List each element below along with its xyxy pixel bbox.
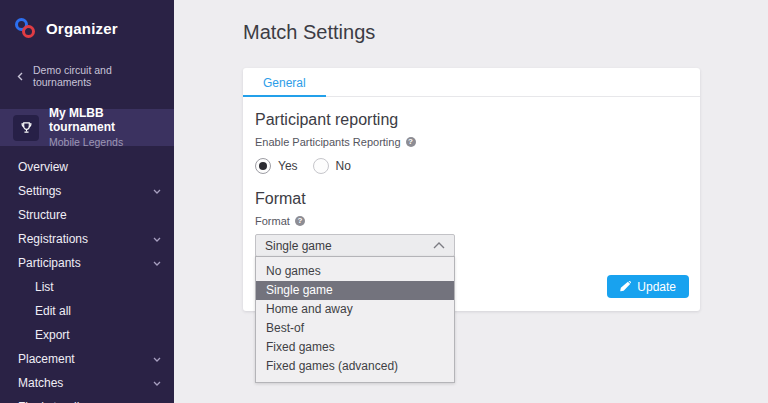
tab-bar: General [243, 68, 700, 97]
tab-general[interactable]: General [243, 68, 326, 97]
organizer-logo-icon [15, 18, 36, 39]
sidebar-item-label: Placement [18, 352, 75, 366]
chevron-down-icon [153, 237, 161, 242]
pencil-icon [620, 281, 631, 292]
dropdown-option-fixed-games[interactable]: Fixed games [256, 338, 454, 357]
sidebar-item-label: Edit all [35, 304, 71, 318]
sidebar-item-export[interactable]: Export [0, 323, 174, 347]
update-button[interactable]: Update [607, 275, 689, 298]
sidebar-item-participants[interactable]: Participants [0, 251, 174, 275]
sidebar-item-overview[interactable]: Overview [0, 155, 174, 179]
chevron-down-icon [153, 381, 161, 386]
radio-label: No [336, 159, 351, 173]
sidebar-item-matches[interactable]: Matches [0, 371, 174, 395]
sidebar-item-placement[interactable]: Placement [0, 347, 174, 371]
dropdown-option-best-of[interactable]: Best-of [256, 319, 454, 338]
page-title: Match Settings [243, 21, 768, 43]
radio-no[interactable]: No [313, 158, 351, 174]
format-select[interactable]: Single game [255, 234, 455, 257]
trophy-icon [13, 115, 39, 141]
sidebar-item-settings[interactable]: Settings [0, 179, 174, 203]
tournament-name: My MLBB tournament [49, 107, 162, 135]
chevron-left-icon [17, 72, 23, 81]
app-root: Organizer Demo circuit and tournaments M… [0, 0, 768, 403]
sidebar-item-label: Participants [18, 256, 81, 270]
logo-ring-red [22, 25, 35, 38]
sidebar-item-final-standing[interactable]: Final standing [0, 395, 174, 403]
radio-button-icon [255, 158, 271, 174]
section-heading-participant-reporting: Participant reporting [255, 110, 688, 129]
section-heading-format: Format [255, 189, 688, 208]
field-label-enable-reporting: Enable Participants Reporting ? [255, 136, 688, 148]
sidebar: Organizer Demo circuit and tournaments M… [0, 0, 174, 403]
dropdown-option-no-games[interactable]: No games [256, 262, 454, 281]
brand-name: Organizer [46, 20, 118, 37]
format-select-wrap: Single game No games Single game Home an… [255, 234, 455, 257]
back-link-label: Demo circuit and tournaments [33, 64, 160, 88]
help-icon[interactable]: ? [295, 216, 305, 226]
tournament-info: My MLBB tournament Mobile Legends [49, 107, 162, 149]
reporting-radio-group: Yes No [255, 158, 688, 174]
sidebar-item-label: Matches [18, 376, 63, 390]
tournament-game: Mobile Legends [49, 136, 162, 148]
sidebar-item-label: Registrations [18, 232, 88, 246]
sidebar-item-label: Overview [18, 160, 68, 174]
sidebar-item-list[interactable]: List [0, 275, 174, 299]
sidebar-item-label: Settings [18, 184, 61, 198]
dropdown-option-fixed-games-advanced[interactable]: Fixed games (advanced) [256, 357, 454, 376]
dropdown-option-home-and-away[interactable]: Home and away [256, 300, 454, 319]
back-link[interactable]: Demo circuit and tournaments [0, 58, 174, 94]
radio-label: Yes [278, 159, 298, 173]
chevron-down-icon [153, 357, 161, 362]
sidebar-item-label: List [35, 280, 54, 294]
main-content: Match Settings General Participant repor… [174, 0, 768, 403]
radio-yes[interactable]: Yes [255, 158, 298, 174]
field-label-text: Format [255, 215, 290, 227]
sidebar-item-label: Export [35, 328, 70, 342]
field-label-text: Enable Participants Reporting [255, 136, 401, 148]
sidebar-nav: Overview Settings Structure Registration… [0, 146, 174, 403]
update-button-label: Update [637, 280, 676, 294]
radio-button-icon [313, 158, 329, 174]
help-icon[interactable]: ? [406, 137, 416, 147]
format-dropdown: No games Single game Home and away Best-… [255, 256, 455, 383]
sidebar-item-edit-all[interactable]: Edit all [0, 299, 174, 323]
sidebar-item-registrations[interactable]: Registrations [0, 227, 174, 251]
card-body: Participant reporting Enable Participant… [243, 97, 700, 257]
chevron-down-icon [153, 189, 161, 194]
format-select-value: Single game [265, 239, 332, 253]
sidebar-item-label: Structure [18, 208, 67, 222]
brand: Organizer [0, 0, 174, 44]
tournament-switcher[interactable]: My MLBB tournament Mobile Legends [0, 109, 174, 146]
field-label-format: Format ? [255, 215, 688, 227]
dropdown-option-single-game[interactable]: Single game [256, 281, 454, 300]
sidebar-item-structure[interactable]: Structure [0, 203, 174, 227]
settings-card: General Participant reporting Enable Par… [243, 68, 700, 311]
chevron-down-icon [153, 261, 161, 266]
chevron-up-icon [433, 242, 445, 249]
